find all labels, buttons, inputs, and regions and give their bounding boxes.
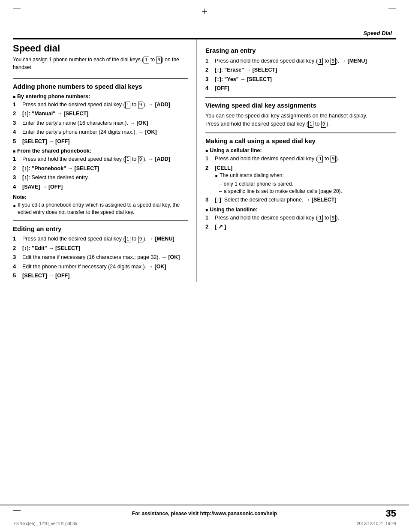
phonebook-steps-list: 1 Press and hold the desired speed dial … [13, 156, 188, 191]
step-item: 2 [CELL] ● The unit starts dialing when:… [205, 165, 396, 195]
step-item: 1 Press and hold the desired speed dial … [205, 155, 396, 163]
entering-steps-list: 1 Press and hold the desired speed dial … [13, 101, 188, 146]
step-item: 2 [↕]: "Phonebook" → [SELECT] [13, 165, 188, 173]
corner-mark-tr [388, 9, 396, 16]
page-title-section: Speed dial You can assign 1 phone number… [13, 39, 188, 74]
step-item: 3 [↕]: Select the desired cellular phone… [205, 196, 396, 204]
step-item: 4 [OFF] [205, 85, 396, 93]
page-intro: You can assign 1 phone number to each of… [13, 56, 188, 71]
step-item: 3 [↕]: "Yes" → [SELECT] [205, 76, 396, 84]
footer-page-number: 35 [379, 508, 396, 519]
bottom-right-text: 2012/12/10 21:19:28 [357, 521, 396, 526]
cellular-steps-list: 1 Press and hold the desired speed dial … [205, 155, 396, 204]
note-item: ● If you edit a phonebook entry which is… [13, 201, 188, 216]
step-item: 4 Enter the party's phone number (24 dig… [13, 129, 188, 136]
sub-bullet: – a specific line is set to make cellula… [219, 188, 396, 195]
bottom-info: TG78xx(en) _1210_ver101.pdf 35 2012/12/1… [13, 521, 396, 526]
top-cross [202, 9, 207, 14]
step-item: 2 [ ↗ ] [205, 223, 396, 231]
sub-label-phonebook: From the shared phonebook: [13, 148, 188, 154]
step-item: 2 [↕]: "Edit" → [SELECT] [13, 245, 188, 252]
right-section-border-1 [205, 97, 396, 98]
step-item: 1 Press and hold the desired speed dial … [13, 235, 188, 243]
content-area: Speed dial You can assign 1 phone number… [13, 39, 396, 282]
step-item: 5 [SELECT] → [OFF] [13, 272, 188, 280]
footer: For assistance, please visit http://www.… [0, 505, 409, 519]
left-section-border-1 [13, 78, 188, 79]
corner-mark-tl [13, 9, 21, 16]
step-item: 1 Press and hold the desired speed dial … [205, 214, 396, 222]
section2-title: Editing an entry [13, 225, 188, 233]
editing-steps-list: 1 Press and hold the desired speed dial … [13, 235, 188, 280]
page-wrapper: Speed Dial Speed dial You can assign 1 p… [0, 0, 409, 532]
step-item: 2 [↕]: "Manual" → [SELECT] [13, 110, 188, 118]
erasing-steps-list: 1 Press and hold the desired speed dial … [205, 57, 396, 93]
left-column: Speed dial You can assign 1 phone number… [13, 39, 197, 282]
sub-bullet: – only 1 cellular phone is paired. [219, 180, 396, 188]
bottom-left-text: TG78xx(en) _1210_ver101.pdf 35 [13, 521, 77, 526]
page-main-title: Speed dial [13, 43, 188, 54]
note-section: Note: ● If you edit a phonebook entry wh… [13, 194, 188, 216]
sub-label-landline: Using the landline: [205, 207, 396, 213]
viewing-desc: You can see the speed dial key assignmen… [205, 112, 396, 128]
landline-steps-list: 1 Press and hold the desired speed dial … [205, 214, 396, 231]
header-title: Speed Dial [13, 30, 396, 36]
viewing-title: Viewing speed dial key assignments [205, 101, 396, 110]
making-call-title: Making a call using a speed dial key [205, 137, 396, 145]
step-item: 1 Press and hold the desired speed dial … [205, 57, 396, 65]
step-item: 5 [SELECT] → [OFF] [13, 138, 188, 146]
erasing-title: Erasing an entry [205, 46, 396, 55]
right-column: Erasing an entry 1 Press and hold the de… [197, 39, 396, 282]
step-item: 1 Press and hold the desired speed dial … [13, 156, 188, 163]
step-item: 2 [↕]: "Erase" → [SELECT] [205, 66, 396, 74]
section1-title: Adding phone numbers to speed dial keys [13, 82, 188, 91]
left-section-border-2 [13, 220, 188, 221]
footer-help-text: For assistance, please visit http://www.… [30, 511, 379, 517]
note-label: Note: [13, 194, 188, 200]
step-item: 3 [↕]: Select the desired entry. [13, 174, 188, 182]
right-section-border-2 [205, 132, 396, 133]
step-item: 3 Enter the party's name (16 characters … [13, 120, 188, 127]
step-item: 4 Edit the phone number if necessary (24… [13, 263, 188, 271]
step-item: 4 [SAVE] → [OFF] [13, 183, 188, 191]
step-item: 3 Edit the name if necessary (16 charact… [13, 254, 188, 261]
sub-label-entering: By entering phone numbers: [13, 93, 188, 99]
step-item: 1 Press and hold the desired speed dial … [13, 101, 188, 109]
bullet-item: ● The unit starts dialing when: [215, 172, 396, 180]
sub-label-cellular: Using a cellular line: [205, 147, 396, 153]
